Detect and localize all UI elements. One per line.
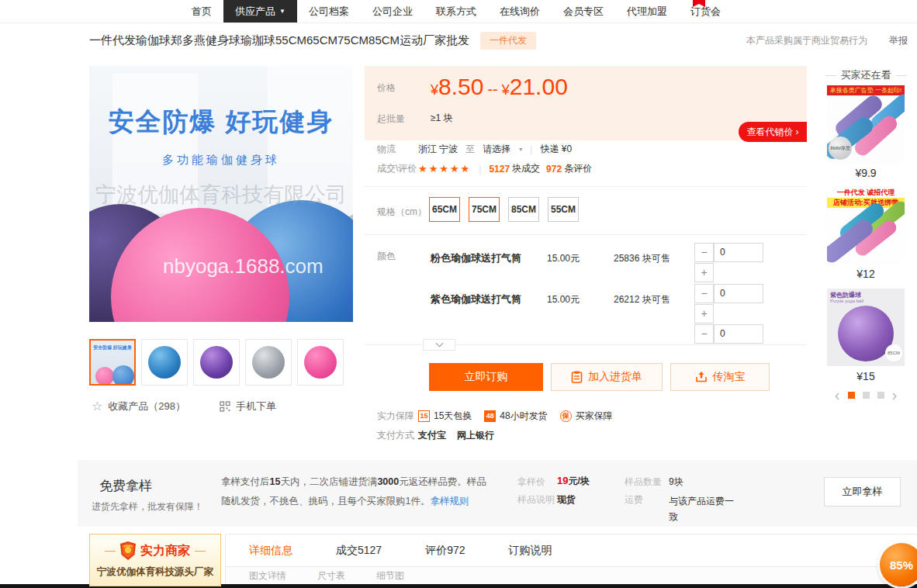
- minus-button[interactable]: −: [694, 243, 714, 262]
- divider: [365, 234, 807, 235]
- site-watermark: nbyoga.1688.com: [163, 254, 324, 278]
- action-buttons: 立即订购 加入进货单 传淘宝: [429, 363, 770, 391]
- quantity-input[interactable]: 0: [714, 284, 763, 303]
- spec-row: 规格（cm） 65CM 75CM 85CM 55CM: [365, 195, 807, 227]
- sidebar-price-2: ¥12: [822, 268, 909, 280]
- subtab-graphic-detail[interactable]: 图文详情: [249, 569, 286, 583]
- divider: |: [530, 144, 532, 155]
- next-arrow-icon[interactable]: ›: [892, 389, 898, 400]
- tab-order-notes[interactable]: 订购说明: [509, 544, 552, 558]
- guarantee-buyer[interactable]: 保 买家保障: [560, 410, 613, 423]
- plus-button[interactable]: +: [694, 304, 714, 323]
- price-low: 8.50: [438, 74, 483, 99]
- subtab-close-up[interactable]: 细节图: [376, 569, 404, 583]
- hero-subtitle: 多功能瑜伽健身球: [89, 153, 353, 168]
- sample-price-value: 19元/块: [557, 475, 590, 488]
- tab-detail-info[interactable]: 详细信息: [249, 544, 292, 558]
- thumbnail-2[interactable]: [141, 339, 188, 386]
- purple-ball-thumb: [200, 346, 233, 379]
- pink-ball-thumb: [304, 346, 337, 379]
- get-sample-button[interactable]: 立即拿样: [824, 477, 901, 507]
- clipboard-icon: [571, 371, 583, 383]
- sidebar-header: 买家还在看: [822, 68, 909, 82]
- nav-item-inquiry[interactable]: 在线询价: [488, 0, 552, 22]
- tab-reviews[interactable]: 评价972: [425, 544, 465, 558]
- favorite-button[interactable]: ☆ 收藏产品（298）: [92, 399, 185, 413]
- payment-label: 支付方式: [365, 429, 418, 442]
- nav-item-order-fair[interactable]: 订货会: [679, 0, 732, 22]
- tab-deals[interactable]: 成交5127: [336, 544, 382, 558]
- silver-ball-thumb: [252, 346, 285, 379]
- add-to-purchase-list-button[interactable]: 加入进货单: [551, 363, 663, 391]
- nav-item-home[interactable]: 首页: [180, 0, 223, 22]
- report-link[interactable]: 举报: [889, 34, 908, 47]
- sidebar-price-1: ¥9.9: [822, 167, 909, 179]
- sidebar-item-yoga-mat-1[interactable]: 承接各类广告垫 一条起印! 8MM厚度: [827, 85, 905, 163]
- review-count[interactable]: 972: [546, 164, 562, 175]
- subtab-size-chart[interactable]: 尺寸表: [317, 569, 345, 583]
- quantity-stepper: − 0: [694, 324, 766, 344]
- nav-item-member-zone[interactable]: 会员专区: [552, 0, 615, 22]
- sku-row-partial: − 0: [429, 323, 807, 344]
- page-dot-1[interactable]: [848, 392, 855, 399]
- sample-note-label: 样品说明: [517, 493, 555, 507]
- decor-dash: [195, 551, 206, 552]
- sample-description: 拿样支付后15天内，二次店铺进货满3000元返还样品费。样品 随机发货，不挑色、…: [221, 472, 508, 511]
- strength-merchant-badge: 实力商家: [90, 541, 220, 560]
- sidebar-item-purple-ball[interactable]: 紫色防爆球 Purple yoga ball 85CM: [827, 289, 905, 366]
- promo-percent-badge[interactable]: 85%: [880, 543, 917, 586]
- quantity-input[interactable]: 0: [714, 324, 763, 344]
- nav-item-products[interactable]: 供应产品 ▼: [223, 0, 297, 22]
- price-label: 价格: [377, 81, 396, 95]
- spec-option-75cm[interactable]: 75CM: [469, 197, 500, 222]
- thumbnail-3[interactable]: [193, 339, 240, 386]
- view-consign-price-button[interactable]: 查看代销价 ›: [739, 122, 807, 142]
- sidebar-item-yoga-mat-2[interactable]: 一件代发 诚招代理 店铺活动:买就送绑带: [827, 186, 905, 264]
- destination-select[interactable]: 请选择 ▾: [483, 143, 522, 156]
- nav-item-agent[interactable]: 代理加盟: [615, 0, 679, 22]
- spec-option-85cm[interactable]: 85CM: [508, 197, 539, 222]
- spec-option-55cm[interactable]: 55CM: [548, 197, 579, 222]
- push-to-taobao-button[interactable]: 传淘宝: [670, 363, 770, 391]
- deal-count[interactable]: 5127: [489, 164, 510, 175]
- favorite-label: 收藏产品（298）: [108, 399, 185, 413]
- chevron-down-icon: ▾: [519, 146, 522, 153]
- plus-button[interactable]: +: [694, 263, 714, 282]
- to-label: 至: [465, 143, 475, 156]
- dropship-badge: 一件代发: [480, 32, 536, 50]
- thumbnail-5[interactable]: [297, 339, 344, 386]
- minus-button[interactable]: −: [694, 324, 714, 344]
- decor-dash: [105, 551, 116, 552]
- thumbnail-1-selected[interactable]: 安全防爆 好玩健身: [89, 339, 136, 386]
- seller-strength-box[interactable]: 实力商家 宁波优伽体育科技源头厂家: [89, 534, 221, 586]
- 48hour-icon: 48: [484, 410, 496, 422]
- page-dot-3[interactable]: [877, 392, 884, 399]
- ad-banner: 承接各类广告垫 一条起印!: [827, 85, 905, 95]
- quantity-input[interactable]: 0: [714, 243, 763, 262]
- upload-icon: [695, 371, 708, 383]
- sku-stock: 25836 块可售: [614, 252, 670, 265]
- order-now-button[interactable]: 立即订购: [429, 363, 543, 391]
- spec-option-65cm[interactable]: 65CM: [429, 197, 460, 222]
- company-watermark: 宁波优伽体育科技有限公司: [89, 181, 353, 209]
- page-dot-2[interactable]: [863, 392, 870, 399]
- rating-stars-icon: ★★★★★: [418, 163, 471, 175]
- prev-arrow-icon[interactable]: ‹: [835, 389, 840, 400]
- guarantee-48hour[interactable]: 48 48小时发货: [484, 410, 547, 423]
- mobile-order-button[interactable]: 手机下单: [220, 399, 276, 413]
- expand-sku-list-button[interactable]: [423, 339, 455, 351]
- nav-item-company[interactable]: 公司企业: [361, 0, 424, 22]
- sample-rule-link[interactable]: 拿样规则: [430, 496, 469, 507]
- mat-image: 8MM厚度: [827, 95, 905, 163]
- guarantee-15day[interactable]: 15 15天包换: [418, 410, 472, 423]
- ad-text-line1: 一件代发 诚招代理: [827, 188, 905, 198]
- nav-item-contact[interactable]: 联系方式: [424, 0, 488, 22]
- thumbnail-4[interactable]: [245, 339, 292, 386]
- detail-tabs: 详细信息 成交5127 评价972 订购说明 图文详情 尺寸表 细节图: [225, 534, 917, 585]
- logistics-row: 物流 浙江 宁波 至 请选择 ▾ | 快递 ¥0: [365, 143, 807, 156]
- minus-button[interactable]: −: [694, 284, 714, 303]
- price-range: ¥8.50--¥21.00: [431, 74, 568, 100]
- product-main-image[interactable]: 宁波优伽体育科技有限公司 安全防爆 好玩健身 多功能瑜伽健身球 nbyoga.1…: [89, 66, 353, 322]
- nav-item-company-archive[interactable]: 公司档案: [297, 0, 361, 22]
- top-nav: 首页 供应产品 ▼ 公司档案 公司企业 联系方式 在线询价 会员专区 代理加盟 …: [0, 0, 917, 23]
